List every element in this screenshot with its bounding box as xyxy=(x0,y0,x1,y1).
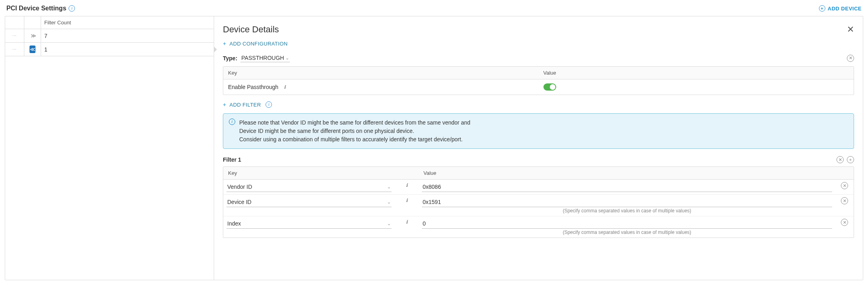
add-device-button[interactable]: + ADD DEVICE xyxy=(819,5,862,12)
device-details-panel: Device Details ✕ + ADD CONFIGURATION Typ… xyxy=(214,16,863,280)
add-filter-block-button[interactable]: + xyxy=(847,156,854,163)
add-configuration-button[interactable]: + ADD CONFIGURATION xyxy=(223,40,288,47)
add-configuration-label: ADD CONFIGURATION xyxy=(230,41,288,47)
filter-key-header: Key xyxy=(223,167,395,179)
type-select[interactable]: PASSTHROUGH ⌄ xyxy=(240,54,290,62)
remove-filter-button[interactable]: ✕ xyxy=(837,156,844,163)
remove-filter-row-button[interactable]: ✕ xyxy=(841,219,848,226)
filter-key-value: Device ID xyxy=(227,199,252,205)
plus-icon: + xyxy=(223,101,226,108)
filter-table: Key Value Vendor ID ⌄ ℹ xyxy=(223,166,854,238)
expand-icon[interactable]: ≫ xyxy=(31,33,35,39)
enable-passthrough-toggle[interactable] xyxy=(543,83,556,91)
collapse-icon[interactable]: ≪ xyxy=(30,46,35,53)
info-icon: i xyxy=(229,119,235,125)
filter-count-cell: 1 xyxy=(41,43,214,56)
plus-circle-icon: + xyxy=(819,5,825,12)
filter-value-hint: (Specify comma separated values in case … xyxy=(563,230,691,235)
filter-key-value: Vendor ID xyxy=(227,184,252,190)
add-device-label: ADD DEVICE xyxy=(828,6,862,12)
close-icon[interactable]: ✕ xyxy=(847,24,854,35)
filter-key-select[interactable]: Index ⌄ xyxy=(226,219,392,229)
filter-row: Vendor ID ⌄ ℹ ✕ xyxy=(223,180,854,195)
info-icon[interactable]: i xyxy=(69,5,75,12)
chevron-down-icon: ⌄ xyxy=(387,200,391,205)
filter-info-note: i Please note that Vendor ID might be th… xyxy=(223,113,854,149)
note-line: Please note that Vendor ID might be the … xyxy=(239,119,470,127)
filter-row: Device ID ⌄ ℹ (Specify comma separated v… xyxy=(223,195,854,216)
info-icon[interactable]: i xyxy=(266,101,272,108)
chevron-down-icon: ⌄ xyxy=(285,55,289,61)
remove-filter-row-button[interactable]: ✕ xyxy=(841,197,848,204)
device-row[interactable]: ⋮ ≫ 7 xyxy=(5,29,214,43)
enable-passthrough-label: Enable Passthrough xyxy=(228,84,278,90)
page-title: PCI Device Settings xyxy=(6,5,66,12)
note-line: Device ID might be the same for differen… xyxy=(239,127,470,135)
device-row[interactable]: ⋮ ≪ 1 xyxy=(5,43,214,56)
info-icon[interactable]: ℹ xyxy=(403,182,410,188)
filter-value-header: Value xyxy=(419,167,835,179)
info-icon[interactable]: ℹ xyxy=(281,84,288,90)
type-value: PASSTHROUGH xyxy=(241,55,284,61)
note-line: Consider using a combination of multiple… xyxy=(239,135,470,144)
remove-filter-row-button[interactable]: ✕ xyxy=(841,182,848,189)
filter-count-header: Filter Count xyxy=(41,16,214,29)
add-filter-button[interactable]: + ADD FILTER xyxy=(223,101,261,108)
kv-value-header: Value xyxy=(539,67,854,79)
add-filter-label: ADD FILTER xyxy=(230,102,261,108)
filter-row: Index ⌄ ℹ (Specify comma separated value… xyxy=(223,216,854,238)
configuration-table: Key Value Enable Passthrough ℹ xyxy=(223,66,854,95)
filter-key-value: Index xyxy=(227,220,241,227)
row-menu-icon[interactable]: ⋮ xyxy=(12,47,17,52)
filter-value-input[interactable] xyxy=(422,182,832,192)
filter-key-select[interactable]: Vendor ID ⌄ xyxy=(226,182,392,192)
filter-title: Filter 1 xyxy=(223,156,241,163)
details-title: Device Details xyxy=(223,24,279,35)
filter-value-input[interactable] xyxy=(422,219,832,229)
filter-key-select[interactable]: Device ID ⌄ xyxy=(226,197,392,207)
remove-configuration-button[interactable]: ✕ xyxy=(847,55,854,62)
plus-icon: + xyxy=(223,40,226,47)
row-menu-icon[interactable]: ⋮ xyxy=(12,34,17,38)
chevron-down-icon: ⌄ xyxy=(387,221,391,226)
filter-value-input[interactable] xyxy=(422,197,832,207)
filter-value-hint: (Specify comma separated values in case … xyxy=(563,208,691,214)
info-icon[interactable]: ℹ xyxy=(403,219,410,225)
info-icon[interactable]: ℹ xyxy=(403,197,410,204)
type-label: Type: xyxy=(223,55,237,61)
chevron-down-icon: ⌄ xyxy=(387,184,391,190)
filter-count-cell: 7 xyxy=(41,29,214,42)
device-list-panel: Filter Count ⋮ ≫ 7 ⋮ ≪ 1 xyxy=(5,16,214,280)
kv-key-header: Key xyxy=(223,67,539,79)
